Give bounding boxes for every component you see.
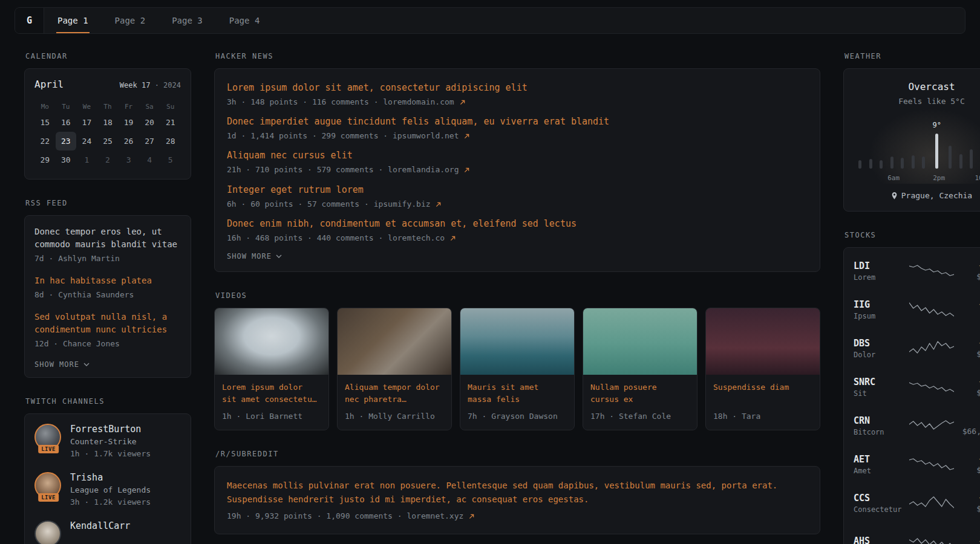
- weather-bar-column: [970, 118, 973, 169]
- twitch-channel-row[interactable]: KendallCarr: [34, 520, 181, 544]
- calendar-day-cell[interactable]: 17: [76, 113, 97, 132]
- tab-label: Page 4: [229, 16, 260, 25]
- twitch-channel-info: ForrestBurtonCounter-Strike1h · 1.7k vie…: [70, 424, 151, 459]
- rss-headline-link[interactable]: Sed volutpat nulla nisl, a condimentum n…: [34, 311, 181, 336]
- stock-name: Consectetur: [854, 505, 904, 514]
- calendar-day-cell[interactable]: 26: [118, 132, 139, 151]
- calendar-day-cell[interactable]: 18: [97, 113, 119, 132]
- calendar-day-cell[interactable]: 25: [97, 132, 119, 151]
- calendar-day-cell[interactable]: 4: [139, 151, 160, 169]
- hn-meta: 16h · 468 points · 440 comments · loremt…: [227, 233, 808, 244]
- tab-page-3[interactable]: Page 3: [158, 8, 216, 33]
- twitch-channel-name[interactable]: KendallCarr: [70, 520, 130, 531]
- video-thumbnail[interactable]: [338, 308, 451, 375]
- video-thumbnail[interactable]: [706, 308, 820, 375]
- stock-row[interactable]: SNRCSit+1.36%$148.64: [854, 368, 980, 406]
- calendar-day-cell[interactable]: 30: [56, 151, 77, 169]
- hn-domain-link[interactable]: loremdomain.com: [383, 97, 465, 106]
- weather-bar-column: [869, 118, 872, 169]
- video-card[interactable]: Aliquam tempor dolor nec pharetra…1h · M…: [337, 308, 452, 430]
- calendar-day-cell[interactable]: 24: [76, 132, 97, 151]
- video-title-link[interactable]: Nullam posuere cursus ex: [590, 381, 690, 406]
- calendar-day-cell[interactable]: 19: [118, 113, 139, 132]
- calendar-today-cell[interactable]: 23: [56, 132, 77, 151]
- hn-meta-text: 21h · 710 points · 579 comments ·: [227, 165, 388, 174]
- hn-domain-link[interactable]: loremtech.co: [388, 233, 456, 242]
- calendar-day-cell[interactable]: 2: [97, 151, 119, 169]
- subreddit-widget: /R/SUBREDDIT Maecenas mollis pulvinar er…: [214, 450, 820, 534]
- stock-row[interactable]: LDILorem+4.35%$795.18: [854, 251, 980, 290]
- hn-domain-link[interactable]: ipsumworld.net: [393, 131, 469, 140]
- calendar-day-cell[interactable]: 20: [139, 113, 160, 132]
- hn-title-link[interactable]: Donec imperdiet augue tincidunt felis al…: [227, 116, 808, 127]
- avatar-image: [34, 520, 61, 544]
- twitch-channel-row[interactable]: LIVETrishaLeague of Legends3h · 1.2k vie…: [34, 472, 181, 508]
- video-thumbnail[interactable]: [583, 308, 697, 375]
- video-meta: 18h · Tara: [713, 411, 812, 422]
- hn-title-link[interactable]: Donec enim nibh, condimentum et accumsan…: [227, 218, 808, 229]
- stock-row[interactable]: CRNBitcorn-1.00%$66,171.48: [854, 406, 980, 445]
- hn-title-link[interactable]: Lorem ipsum dolor sit amet, consectetur …: [227, 82, 808, 93]
- rss-show-more-button[interactable]: SHOW MORE: [34, 360, 181, 369]
- video-title-link[interactable]: Mauris sit amet massa felis: [468, 381, 567, 406]
- calendar-day-header: Fr: [118, 100, 139, 113]
- hn-show-more-button[interactable]: SHOW MORE: [227, 252, 808, 261]
- rd-title-link[interactable]: Maecenas mollis pulvinar erat non posuer…: [227, 479, 808, 506]
- app-logo[interactable]: G: [15, 8, 44, 33]
- stock-spark-wrap: [909, 494, 954, 512]
- weather-bar: [890, 157, 893, 169]
- video-card[interactable]: Suspendisse diam18h · Tara: [705, 308, 820, 430]
- weather-time-label: 6am: [887, 174, 900, 182]
- calendar-day-cell[interactable]: 28: [160, 132, 181, 151]
- stock-id: AHS: [854, 536, 904, 544]
- calendar-day-cell[interactable]: 29: [34, 151, 56, 169]
- stock-name: Ipsum: [854, 312, 904, 320]
- video-title-link[interactable]: Suspendisse diam: [713, 381, 812, 406]
- avatar: LIVE: [34, 424, 62, 450]
- calendar-day-cell[interactable]: 22: [34, 132, 56, 151]
- stock-sparkline: [909, 378, 954, 396]
- hn-domain-link[interactable]: loremlandia.org: [388, 165, 469, 174]
- calendar-day-cell[interactable]: 16: [56, 113, 77, 132]
- calendar-week-label: Week 17: [120, 81, 151, 89]
- video-thumbnail[interactable]: [215, 308, 328, 375]
- weather-bar-column: [912, 118, 915, 169]
- video-title-link[interactable]: Lorem ipsum dolor sit amet consectetu…: [222, 381, 321, 406]
- rss-headline-link[interactable]: In hac habitasse platea: [34, 274, 181, 287]
- video-card[interactable]: Nullam posuere cursus ex17h · Stefan Col…: [583, 308, 697, 430]
- stock-row[interactable]: DBSDolor+1.42%$156.28: [854, 329, 980, 368]
- calendar-day-cell[interactable]: 3: [118, 151, 139, 169]
- hn-domain-link[interactable]: ipsumify.biz: [374, 199, 442, 209]
- hn-title-link[interactable]: Aliquam nec cursus elit: [227, 150, 808, 161]
- stock-symbol: CCS: [854, 493, 904, 504]
- calendar-day-cell[interactable]: 1: [76, 151, 97, 169]
- tab-page-1[interactable]: Page 1: [44, 8, 102, 33]
- stock-values: +0.51%$165.84: [959, 493, 980, 513]
- stock-row[interactable]: AETAmet+0.92%$499.72: [854, 445, 980, 484]
- left-column: CALENDAR April Week 17 · 2024 MoTuWeThFr…: [24, 52, 191, 544]
- calendar-day-cell[interactable]: 15: [34, 113, 56, 132]
- calendar-day-cell[interactable]: 5: [160, 151, 181, 169]
- stock-row[interactable]: CCSConsectetur+0.51%$165.84: [854, 484, 980, 522]
- stock-spark-wrap: [909, 416, 954, 435]
- stock-values: +1.42%$156.28: [959, 338, 980, 358]
- twitch-channel-row[interactable]: LIVEForrestBurtonCounter-Strike1h · 1.7k…: [34, 424, 181, 459]
- calendar-day-cell[interactable]: 21: [160, 113, 181, 132]
- rd-domain-link[interactable]: loremnet.xyz: [407, 511, 474, 520]
- rss-meta: 12d · Chance Jones: [34, 338, 181, 349]
- hn-title-link[interactable]: Integer eget rutrum lorem: [227, 184, 808, 195]
- twitch-channel-name[interactable]: Trisha: [70, 472, 151, 483]
- stock-name: Sit: [854, 389, 904, 398]
- stock-spark-wrap: [909, 339, 954, 357]
- calendar-day-cell[interactable]: 27: [139, 132, 160, 151]
- twitch-channel-name[interactable]: ForrestBurton: [70, 424, 151, 435]
- video-title-link[interactable]: Aliquam tempor dolor nec pharetra…: [345, 381, 444, 406]
- video-card[interactable]: Mauris sit amet massa felis7h · Grayson …: [460, 308, 575, 430]
- video-thumbnail[interactable]: [460, 308, 574, 375]
- rss-headline-link[interactable]: Donec tempor eros leo, ut commodo mauris…: [34, 225, 181, 251]
- video-card[interactable]: Lorem ipsum dolor sit amet consectetu…1h…: [214, 308, 329, 430]
- stock-row[interactable]: AHS+0.46%: [854, 522, 980, 544]
- tab-page-4[interactable]: Page 4: [216, 8, 273, 33]
- tab-page-2[interactable]: Page 2: [102, 8, 159, 33]
- stock-row[interactable]: IIGIpsum+2.84%$42.04: [854, 290, 980, 329]
